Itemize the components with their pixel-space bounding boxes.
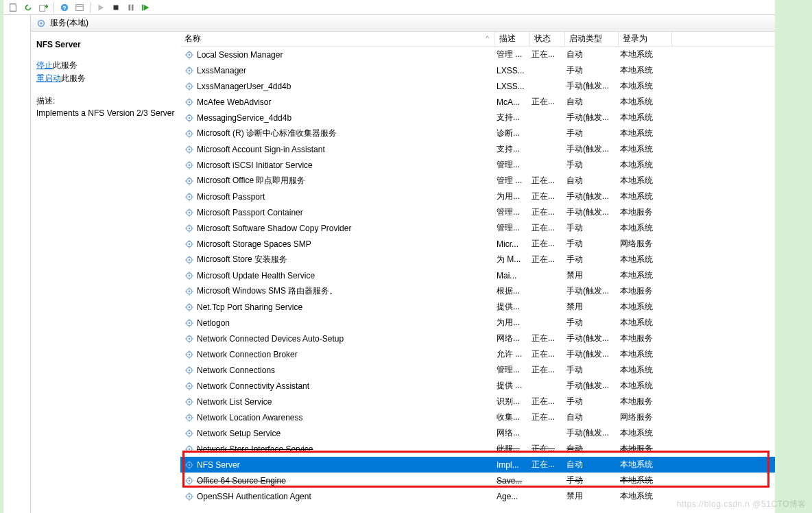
- stop-link[interactable]: 停止: [36, 60, 53, 70]
- service-state: 正在...: [530, 411, 565, 423]
- service-row[interactable]: Microsoft (R) 诊断中心标准收集器服务诊断...手动本地系统: [180, 126, 775, 141]
- service-start: 手动(触发...: [565, 112, 619, 123]
- service-state: 正在...: [530, 348, 565, 360]
- service-state: 正在...: [530, 96, 565, 108]
- service-name: Network Location Awareness: [197, 413, 303, 422]
- toolbar-props-icon[interactable]: [73, 1, 86, 14]
- service-state: 正在...: [530, 459, 565, 470]
- service-row[interactable]: Office 64 Source EngineSave...手动本地系统: [180, 473, 775, 488]
- service-row[interactable]: Netlogon为用...手动本地系统: [180, 315, 775, 331]
- service-desc: 管理 ...: [495, 49, 530, 60]
- service-row[interactable]: Microsoft Storage Spaces SMPMicr...正在...…: [180, 236, 775, 252]
- col-state[interactable]: 状态: [530, 32, 565, 46]
- stop-suffix: 此服务: [53, 60, 77, 70]
- toolbar-restart-icon[interactable]: [139, 1, 153, 14]
- svg-point-81: [189, 227, 191, 229]
- svg-point-171: [189, 464, 191, 466]
- service-row[interactable]: Microsoft Passport Container管理...正在...手动…: [180, 204, 775, 220]
- service-row[interactable]: Microsoft iSCSI Initiator Service管理...手动…: [180, 157, 775, 173]
- service-row[interactable]: Network Store Interface Service此服...正在..…: [180, 441, 775, 457]
- toolbar-refresh-icon[interactable]: [21, 1, 35, 14]
- service-state: 正在...: [530, 191, 565, 202]
- service-desc: 管理...: [495, 206, 530, 218]
- service-row[interactable]: Microsoft Passport为用...正在...手动(触发...本地系统: [180, 189, 775, 204]
- service-row[interactable]: OpenSSH Authentication AgentAge...禁用本地系统: [180, 488, 775, 504]
- service-row[interactable]: LxssManagerUser_4dd4bLXSS...手动(触发...本地系统: [180, 78, 775, 94]
- service-logon: 网络服务: [619, 238, 672, 250]
- service-desc: 诊断...: [495, 128, 530, 139]
- svg-point-63: [189, 180, 191, 182]
- toolbar-play-icon[interactable]: [94, 1, 108, 14]
- service-logon: 本地服务: [619, 333, 672, 344]
- service-state: 正在...: [530, 175, 565, 187]
- service-desc: Impl...: [495, 460, 530, 470]
- service-row[interactable]: Microsoft Software Shadow Copy Provider管…: [180, 220, 775, 236]
- service-row[interactable]: Network List Service识别...正在...手动本地服务: [180, 394, 775, 409]
- svg-point-117: [189, 322, 191, 324]
- toolbar-pause-icon[interactable]: [124, 1, 138, 14]
- service-name: Netlogon: [197, 318, 230, 328]
- svg-point-153: [189, 416, 191, 418]
- svg-point-51: [189, 148, 191, 150]
- rows-container[interactable]: Local Session Manager管理 ...正在...自动本地系统Lx…: [180, 47, 775, 513]
- service-row[interactable]: Network Location Awareness收集...正在...自动网络…: [180, 409, 775, 425]
- toolbar-export-icon[interactable]: [36, 1, 50, 14]
- service-logon: 本地系统: [619, 143, 672, 155]
- service-desc: 管理 ...: [495, 175, 530, 187]
- col-start[interactable]: 启动类型: [565, 32, 619, 46]
- service-name: MessagingService_4dd4b: [197, 113, 291, 123]
- service-row[interactable]: Microsoft Office 即点即用服务管理 ...正在...自动本地系统: [180, 173, 775, 189]
- desc-label: 描述:: [36, 95, 175, 107]
- service-name: Local Session Manager: [197, 50, 283, 60]
- svg-point-75: [189, 211, 191, 213]
- svg-point-183: [189, 495, 191, 497]
- service-row[interactable]: Network Setup Service网络...手动(触发...本地系统: [180, 425, 775, 441]
- service-name: Microsoft Account Sign-in Assistant: [197, 145, 325, 154]
- service-start: 手动: [565, 64, 619, 76]
- toolbar-doc-icon[interactable]: [6, 1, 20, 14]
- service-start: 手动: [565, 364, 619, 376]
- service-name: OpenSSH Authentication Agent: [197, 492, 311, 501]
- service-row[interactable]: Local Session Manager管理 ...正在...自动本地系统: [180, 47, 775, 62]
- service-logon: 本地系统: [619, 64, 672, 76]
- svg-rect-8: [129, 4, 131, 10]
- service-logon: 本地系统: [619, 490, 672, 502]
- panel-title: 服务(本地): [50, 17, 88, 29]
- service-logon: 本地系统: [619, 159, 672, 171]
- service-name: Network Connected Devices Auto-Setup: [197, 334, 344, 344]
- service-row[interactable]: MessagingService_4dd4b支持...手动(触发...本地系统: [180, 110, 775, 126]
- toolbar-stop-icon[interactable]: [109, 1, 123, 14]
- service-start: 禁用: [565, 490, 619, 502]
- service-row[interactable]: Microsoft Windows SMS 路由器服务。根据...手动(触发..…: [180, 283, 775, 299]
- service-state: 正在...: [530, 443, 565, 455]
- service-logon: 本地系统: [619, 128, 672, 139]
- service-start: 手动(触发...: [565, 427, 619, 439]
- service-row[interactable]: LxssManagerLXSS...手动本地系统: [180, 62, 775, 78]
- service-row[interactable]: NFS ServerImpl...正在...自动本地系统: [180, 457, 775, 473]
- service-start: 手动(触发...: [565, 143, 619, 155]
- toolbar-help-icon[interactable]: ?: [58, 1, 71, 14]
- col-name[interactable]: 名称: [180, 32, 495, 46]
- service-row[interactable]: Microsoft Update Health ServiceMai...禁用本…: [180, 267, 775, 283]
- service-row[interactable]: Network Connections管理...正在...手动本地系统: [180, 362, 775, 378]
- service-logon: 本地系统: [619, 364, 672, 376]
- service-row[interactable]: Microsoft Account Sign-in Assistant支持...…: [180, 141, 775, 157]
- service-row[interactable]: McAfee WebAdvisorMcA...正在...自动本地系统: [180, 94, 775, 110]
- col-desc[interactable]: 描述: [495, 32, 530, 46]
- svg-point-177: [189, 479, 191, 481]
- service-row[interactable]: Net.Tcp Port Sharing Service提供...禁用本地系统: [180, 299, 775, 315]
- service-logon: 本地系统: [619, 175, 672, 187]
- toolbar-divider: [90, 2, 91, 13]
- service-row[interactable]: Network Connectivity Assistant提供 ...手动(触…: [180, 378, 775, 394]
- detail-title: NFS Server: [36, 40, 175, 49]
- service-row[interactable]: Network Connection Broker允许 ...正在...手动(触…: [180, 346, 775, 362]
- svg-point-129: [189, 353, 191, 355]
- service-desc: 提供 ...: [495, 380, 530, 392]
- service-desc: 管理...: [495, 159, 530, 171]
- service-name: Microsoft Windows SMS 路由器服务。: [197, 285, 337, 297]
- service-row[interactable]: Microsoft Store 安装服务为 M...正在...手动本地系统: [180, 252, 775, 267]
- panel-header: 服务(本地): [31, 15, 775, 32]
- restart-link[interactable]: 重启动: [36, 73, 61, 83]
- service-row[interactable]: Network Connected Devices Auto-Setup网络..…: [180, 331, 775, 346]
- col-logon[interactable]: 登录为: [619, 32, 672, 46]
